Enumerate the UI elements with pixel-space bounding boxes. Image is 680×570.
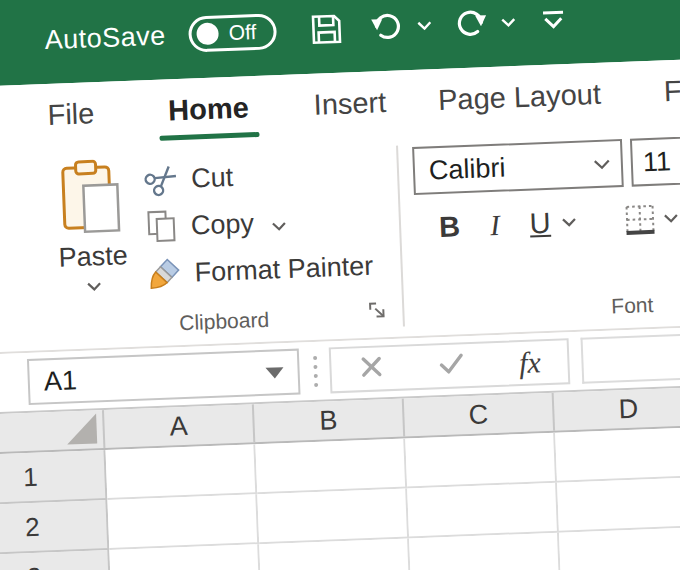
- grid-cell[interactable]: [557, 477, 680, 533]
- scissors-icon: [137, 156, 185, 204]
- copy-icon: [145, 209, 178, 244]
- paste-dropdown-button[interactable]: [86, 277, 103, 296]
- autosave-label: AutoSave: [44, 20, 166, 56]
- row-header-2[interactable]: 2: [0, 500, 109, 556]
- copy-button[interactable]: Copy: [145, 202, 372, 245]
- font-combo-row: Calibri 11: [412, 119, 680, 195]
- grid-cell[interactable]: [259, 538, 411, 570]
- sheet-grid: A B C D 1 2: [0, 384, 680, 570]
- quick-access-toolbar-chevron-icon: [538, 7, 569, 34]
- paste-button[interactable]: Paste: [39, 158, 144, 298]
- italic-button[interactable]: I: [489, 208, 500, 241]
- cut-label: Cut: [191, 161, 234, 194]
- ribbon: Paste Cu: [0, 119, 680, 356]
- formula-bar-buttons: fx: [329, 338, 571, 393]
- font-name-combobox[interactable]: Calibri: [412, 139, 624, 195]
- font-name-value: Calibri: [428, 152, 506, 186]
- column-header-b[interactable]: B: [254, 399, 405, 443]
- borders-dropdown-button[interactable]: [662, 209, 679, 228]
- enter-button[interactable]: [437, 351, 466, 380]
- save-button[interactable]: [308, 11, 345, 48]
- chevron-down-icon: [416, 20, 432, 31]
- tab-formulas[interactable]: Formulas: [663, 56, 680, 124]
- underline-dropdown-button[interactable]: [560, 213, 577, 232]
- undo-button[interactable]: [368, 10, 405, 43]
- name-box[interactable]: A1: [27, 349, 301, 405]
- chevron-down-icon: [500, 17, 516, 28]
- cancel-x-icon: [358, 353, 385, 380]
- excel-window: AutoSave Off: [0, 0, 680, 570]
- name-box-dropdown-icon[interactable]: [265, 367, 283, 379]
- dialog-launcher-icon: [366, 299, 389, 322]
- grid-cell[interactable]: [109, 544, 261, 570]
- cancel-button[interactable]: [358, 353, 385, 384]
- clipboard-actions: Cut Copy: [143, 149, 374, 294]
- paste-clipboard-icon: [56, 158, 125, 236]
- format-painter-icon: [147, 256, 182, 291]
- clipboard-group-body: Paste Cu: [39, 134, 401, 298]
- handle-dot: [314, 373, 318, 377]
- grid-cell[interactable]: [257, 489, 409, 545]
- column-header-d[interactable]: D: [554, 387, 680, 431]
- checkmark-icon: [437, 351, 466, 376]
- clipboard-group-footer: Clipboard: [45, 303, 403, 341]
- font-group-label: Font: [611, 293, 654, 319]
- font-group-footer: Font: [404, 288, 680, 326]
- grid-cell[interactable]: [559, 527, 680, 570]
- clipboard-group: Paste Cu: [39, 134, 404, 351]
- name-box-value: A1: [43, 365, 77, 397]
- grid-cell[interactable]: [409, 533, 561, 570]
- select-all-corner[interactable]: [0, 410, 105, 454]
- row-header-3[interactable]: 3: [0, 550, 111, 570]
- autosave-state: Off: [228, 20, 257, 45]
- redo-icon: [453, 7, 490, 40]
- grid-cell[interactable]: [555, 427, 680, 483]
- select-all-triangle-icon: [66, 413, 97, 444]
- cut-button[interactable]: Cut: [144, 155, 371, 198]
- font-format-row: B I U: [415, 197, 680, 245]
- insert-function-button[interactable]: fx: [518, 345, 541, 380]
- column-header-c[interactable]: C: [404, 393, 555, 437]
- handle-dot: [313, 355, 317, 359]
- formula-input[interactable]: [581, 330, 680, 384]
- quick-access-toolbar-button[interactable]: [538, 7, 569, 34]
- copy-label: Copy: [190, 208, 254, 241]
- tab-file[interactable]: File: [46, 82, 95, 147]
- undo-icon: [368, 10, 405, 43]
- chevron-down-icon: [86, 281, 102, 292]
- save-icon: [308, 11, 345, 48]
- format-painter-button[interactable]: Format Painter: [147, 249, 374, 292]
- font-size-value: 11: [642, 146, 671, 178]
- tab-insert[interactable]: Insert: [313, 71, 388, 137]
- grid-cell[interactable]: [105, 444, 257, 500]
- tab-home[interactable]: Home: [167, 76, 250, 142]
- borders-icon: [622, 202, 657, 237]
- undo-dropdown-button[interactable]: [416, 20, 432, 31]
- autosave-toggle[interactable]: Off: [188, 13, 277, 52]
- tab-page-layout[interactable]: Page Layout: [437, 63, 602, 132]
- row-header-1[interactable]: 1: [0, 450, 107, 506]
- grid-cell[interactable]: [107, 494, 259, 550]
- clipboard-group-label: Clipboard: [179, 308, 270, 335]
- grid-cell[interactable]: [407, 483, 559, 539]
- column-header-a[interactable]: A: [104, 404, 255, 448]
- chevron-down-icon: [271, 220, 287, 231]
- borders-button[interactable]: [622, 202, 657, 237]
- bold-button[interactable]: B: [439, 210, 461, 244]
- handle-dot: [313, 364, 317, 368]
- format-painter-label: Format Painter: [194, 250, 374, 288]
- clipboard-dialog-launcher-button[interactable]: [366, 299, 389, 326]
- redo-button[interactable]: [453, 7, 490, 40]
- formula-bar-resize-handle[interactable]: [313, 355, 318, 386]
- chevron-down-icon: [662, 213, 678, 224]
- grid-cell[interactable]: [405, 433, 557, 489]
- chevron-down-icon: [593, 158, 611, 170]
- copy-dropdown-button[interactable]: [270, 206, 287, 238]
- chevron-down-icon: [560, 217, 576, 228]
- paste-label: Paste: [58, 240, 128, 274]
- underline-button[interactable]: U: [529, 206, 551, 240]
- redo-dropdown-button[interactable]: [500, 17, 516, 28]
- grid-cell[interactable]: [255, 439, 407, 495]
- toggle-knob-icon: [196, 22, 219, 45]
- font-size-combobox[interactable]: 11: [630, 134, 680, 187]
